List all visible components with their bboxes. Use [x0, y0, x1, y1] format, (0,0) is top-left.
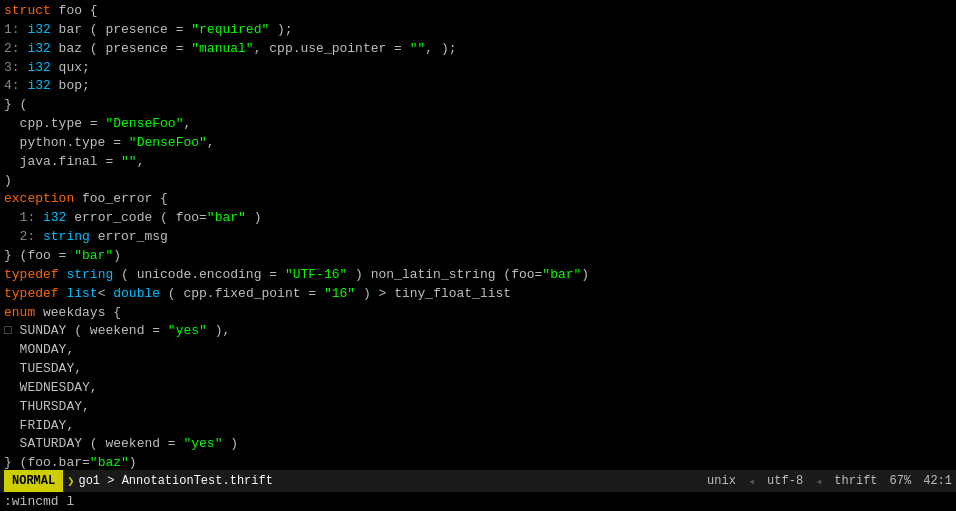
code-line: THURSDAY, — [4, 398, 952, 417]
cmd-text: :wincmd l — [4, 494, 74, 509]
code-line: □ SUNDAY ( weekend = "yes" ), — [4, 322, 952, 341]
code-line: 4: i32 bop; — [4, 77, 952, 96]
code-line: cpp.type = "DenseFoo", — [4, 115, 952, 134]
code-line: } ( — [4, 96, 952, 115]
status-bar: NORMAL ❯ go1 > AnnotationTest.thrift uni… — [0, 470, 956, 492]
vim-mode: NORMAL — [4, 470, 63, 492]
file-path: go1 > AnnotationTest.thrift — [78, 474, 707, 488]
code-line: TUESDAY, — [4, 360, 952, 379]
code-line: 3: i32 qux; — [4, 59, 952, 78]
status-right: unix ◂ utf-8 ◂ thrift 67% 42:1 — [707, 474, 952, 489]
code-line: 2: string error_msg — [4, 228, 952, 247]
code-line: python.type = "DenseFoo", — [4, 134, 952, 153]
code-line: } (foo = "bar") — [4, 247, 952, 266]
filetype: thrift — [834, 474, 877, 489]
code-line: ) — [4, 172, 952, 191]
status-arrow: ❯ — [63, 474, 78, 489]
cursor-position: 42:1 — [923, 474, 952, 489]
code-editor: struct foo {1: i32 bar ( presence = "req… — [0, 0, 956, 470]
code-line: WEDNESDAY, — [4, 379, 952, 398]
percent: 67% — [890, 474, 912, 489]
charset: utf-8 — [767, 474, 803, 489]
code-line: 1: i32 error_code ( foo="bar" ) — [4, 209, 952, 228]
line-ending: unix — [707, 474, 736, 489]
code-line: FRIDAY, — [4, 417, 952, 436]
code-line: enum weekdays { — [4, 304, 952, 323]
code-line: java.final = "", — [4, 153, 952, 172]
code-line: SATURDAY ( weekend = "yes" ) — [4, 435, 952, 454]
code-line: struct foo { — [4, 2, 952, 21]
code-line: 1: i32 bar ( presence = "required" ); — [4, 21, 952, 40]
code-line: typedef string ( unicode.encoding = "UTF… — [4, 266, 952, 285]
code-line: MONDAY, — [4, 341, 952, 360]
command-line: :wincmd l — [0, 492, 956, 511]
code-line: 2: i32 baz ( presence = "manual", cpp.us… — [4, 40, 952, 59]
code-line: } (foo.bar="baz") — [4, 454, 952, 470]
code-line: exception foo_error { — [4, 190, 952, 209]
code-line: typedef list< double ( cpp.fixed_point =… — [4, 285, 952, 304]
